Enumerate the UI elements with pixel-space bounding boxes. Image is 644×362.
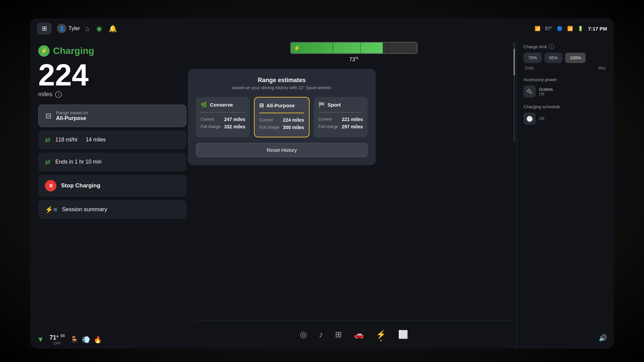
stop-icon: ✕	[45, 180, 56, 191]
car-icon: 🚗	[354, 330, 364, 339]
wifi-icon: 📶	[567, 26, 573, 31]
scrollbar[interactable]	[514, 42, 515, 142]
outlet-info: Outlets Off	[539, 87, 553, 97]
conserve-full-row: Full charge 332 miles	[201, 124, 245, 129]
bell-icon[interactable]: 🔔	[109, 24, 117, 33]
battery-lightning-icon: ⚡	[293, 45, 300, 51]
charge-stats-text: 118 ml/hr 14 miles	[55, 137, 106, 143]
top-bar-left: ⊞ 👤 Tyler ⌂ ◉ 🔔	[37, 22, 117, 35]
charge-limit-info-icon[interactable]: i	[549, 44, 554, 49]
seat-heat-icon[interactable]: 🪑	[70, 336, 78, 344]
temperature-display: 57°	[545, 26, 552, 31]
conserve-divider	[201, 112, 245, 113]
popup-cards: 🌿 Conserve Current 247 miles Full charge…	[196, 97, 368, 137]
conserve-icon: 🌿	[201, 102, 207, 108]
climate-down-icon[interactable]: ▼	[37, 335, 44, 344]
all-purpose-full-row: Full charge 300 miles	[259, 125, 304, 130]
battery-tick-2	[360, 43, 361, 53]
stop-charging-label: Stop Charging	[61, 182, 100, 189]
charge-rate-icon: ⇄	[45, 136, 51, 144]
circle-icon[interactable]: ◉	[96, 24, 102, 33]
schedule-info: Off	[539, 116, 544, 121]
charge-limit-section: Charge limit i 70% 95% 100% Daily Max	[524, 44, 607, 70]
climate-status: OFF	[50, 341, 65, 345]
toolbar-car[interactable]: 🚗	[354, 330, 364, 339]
charge-stats-card: ⇄ 118 ml/hr 14 miles	[38, 130, 186, 149]
nav-icon: ◎	[300, 330, 307, 339]
toolbar-media[interactable]: ⬜	[398, 330, 408, 339]
conserve-full-label: Full charge	[201, 124, 220, 129]
apps-icon: ⊞	[335, 330, 342, 339]
charge-toolbar-icon: ⚡	[376, 330, 386, 339]
charge-limit-100-button[interactable]: 100%	[565, 53, 586, 63]
charge-limit-95-button[interactable]: 95%	[544, 53, 562, 63]
all-purpose-divider	[259, 113, 304, 113]
all-purpose-current-row: Current 224 miles	[259, 117, 304, 123]
charging-header: ⚡ Charging	[38, 45, 186, 57]
charge-added: 14 miles	[86, 137, 106, 143]
toolbar-apps[interactable]: ⊞	[335, 330, 342, 339]
scrollbar-thumb[interactable]	[514, 49, 515, 75]
range-miles-value: 224	[38, 60, 186, 90]
charge-limit-slider-labels: Daily Max	[524, 66, 607, 70]
home-icon[interactable]: ⌂	[86, 25, 90, 33]
top-bar-icons: ⌂ ◉ 🔔	[86, 24, 117, 33]
range-mode-label: Range based on	[56, 110, 88, 115]
battery-percent-value: 73	[349, 57, 355, 62]
outlet-status: Off	[539, 92, 553, 97]
clock: 7:17 PM	[588, 26, 607, 32]
range-estimates-popup: Range estimates based on your driving hi…	[188, 69, 376, 165]
bluetooth-icon: 🔵	[557, 26, 562, 31]
toolbar-charge[interactable]: ⚡	[376, 330, 386, 339]
sport-current-row: Current 221 miles	[318, 117, 363, 122]
range-mode-card[interactable]: ⊟ Range based on All-Purpose	[38, 105, 186, 127]
volume-icon[interactable]: 🔊	[599, 334, 607, 342]
charge-limit-70-button[interactable]: 70%	[524, 53, 542, 63]
sport-header: 🏁 Sport	[318, 102, 363, 108]
all-purpose-icon: ⊟	[259, 102, 264, 109]
top-bar-right: 📶 57° 🔵 📶 🔋 7:17 PM	[535, 26, 607, 32]
charge-limit-buttons: 70% 95% 100%	[524, 53, 607, 63]
conserve-card[interactable]: 🌿 Conserve Current 247 miles Full charge…	[196, 97, 250, 137]
fan-icon[interactable]: 💨	[82, 336, 90, 344]
outlet-row: 🔌 Outlets Off	[524, 85, 607, 98]
bottom-right-controls: 🔊	[599, 334, 607, 342]
main-screen: ⊞ 👤 Tyler ⌂ ◉ 🔔 📶 57° 🔵 📶 🔋 7:17 PM ⚡ Ch…	[30, 18, 614, 349]
all-purpose-full-label: Full charge	[259, 125, 279, 130]
user-profile[interactable]: 👤 Tyler	[57, 24, 80, 33]
conserve-label: Conserve	[210, 102, 233, 108]
conserve-header: 🌿 Conserve	[201, 102, 245, 108]
sport-card[interactable]: 🏁 Sport Current 221 miles Full charge 29…	[314, 97, 368, 137]
avatar: 👤	[57, 24, 66, 33]
battery-bar-fill: ⚡	[291, 43, 383, 53]
top-bar: ⊞ 👤 Tyler ⌂ ◉ 🔔 📶 57° 🔵 📶 🔋 7:17 PM	[30, 18, 614, 39]
session-summary-button[interactable]: ⚡≡ Session summary	[38, 200, 186, 219]
charge-limit-daily-label: Daily	[525, 66, 534, 70]
app-grid-icon[interactable]: ⊞	[37, 22, 52, 35]
popup-subtitle: based on your driving history with 22" S…	[196, 85, 368, 90]
charge-ends-icon: ⇄	[45, 158, 51, 166]
battery-percent: 73%	[349, 56, 359, 63]
sport-full-row: Full charge 297 miles	[318, 124, 363, 129]
climate-temp: 71° 98	[50, 334, 65, 341]
range-mode-road-icon: ⊟	[45, 112, 51, 120]
climate-temp-value: 71°	[50, 334, 59, 341]
charging-schedule-title: Charging schedule	[524, 104, 607, 109]
battery-tick-3	[388, 43, 389, 53]
reset-history-button[interactable]: Reset History	[196, 143, 368, 157]
schedule-row: 🕐 Off	[524, 113, 607, 125]
schedule-status: Off	[539, 116, 544, 121]
battery-area: ⚡ 73%	[195, 42, 513, 69]
toolbar-music[interactable]: ♪	[319, 330, 323, 339]
charge-limit-title: Charge limit i	[524, 44, 607, 49]
humidity-value: 98	[60, 334, 65, 338]
conserve-full-value: 332 miles	[224, 124, 245, 129]
music-icon: ♪	[319, 330, 323, 339]
toolbar-nav[interactable]: ◎	[300, 330, 307, 339]
heat-icon[interactable]: 🔥	[94, 336, 102, 344]
stop-charging-button[interactable]: ✕ Stop Charging	[38, 175, 186, 197]
sport-current-value: 221 miles	[342, 117, 363, 122]
range-unit-text: miles	[38, 91, 52, 98]
range-info-icon[interactable]: i	[55, 91, 62, 98]
all-purpose-card[interactable]: ⊟ All-Purpose Current 224 miles Full cha…	[254, 97, 309, 137]
